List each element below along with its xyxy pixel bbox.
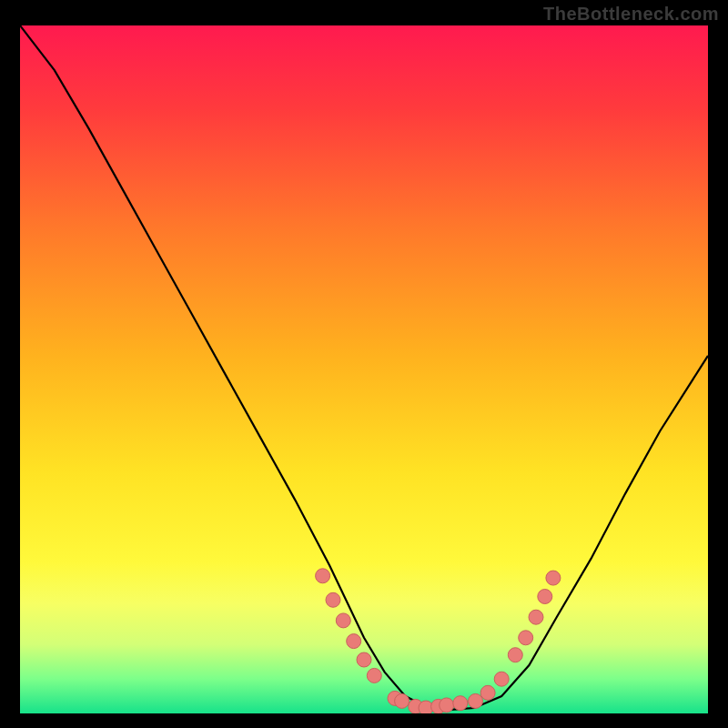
- data-marker: [326, 592, 340, 607]
- chart-svg: [20, 25, 708, 713]
- data-marker: [546, 571, 561, 585]
- data-marker: [538, 590, 552, 604]
- data-marker: [347, 634, 361, 649]
- data-marker: [440, 698, 454, 713]
- data-marker: [453, 696, 468, 711]
- data-marker: [395, 693, 410, 708]
- data-marker: [494, 672, 509, 686]
- gradient-background: [20, 25, 708, 713]
- watermark-text: TheBottleneck.com: [543, 4, 719, 25]
- data-marker: [316, 569, 330, 583]
- data-marker: [367, 668, 381, 682]
- chart-stage: TheBottleneck.com: [0, 0, 728, 728]
- plot-area: [20, 25, 708, 713]
- data-marker: [357, 652, 371, 667]
- data-marker: [519, 631, 533, 645]
- data-marker: [480, 685, 495, 700]
- data-marker: [529, 610, 543, 624]
- data-marker: [508, 648, 522, 662]
- data-marker: [336, 613, 350, 628]
- data-marker: [469, 693, 483, 708]
